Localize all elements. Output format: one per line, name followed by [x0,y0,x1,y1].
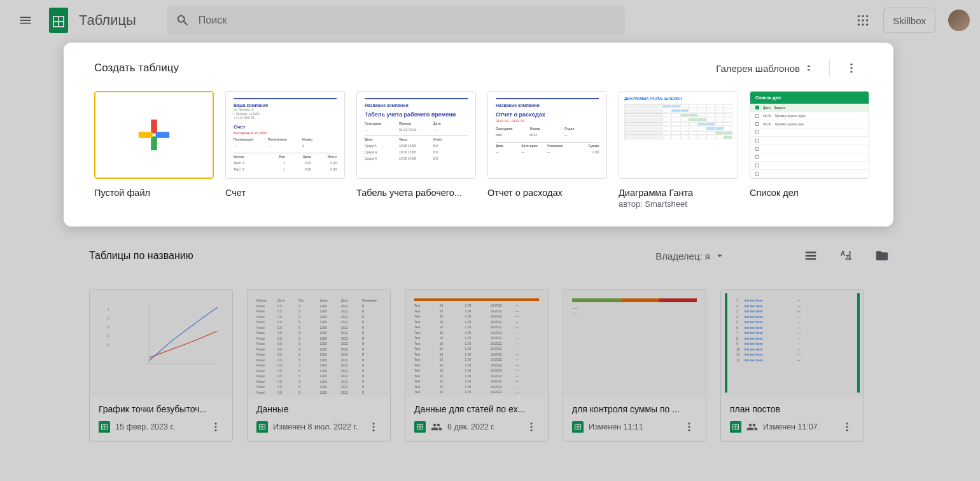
view-controls: AZ [802,247,891,265]
list-header: Таблицы по названию Владелец: я AZ [89,238,891,274]
file-card[interactable]: document.write(Array.from({length:20}).m… [405,289,549,442]
sort-button[interactable]: AZ [837,247,855,265]
more-vert-icon [845,62,858,74]
file-date: 15 февр. 2023 г. [115,422,203,431]
sheets-file-icon [99,421,110,433]
svg-text:4: 4 [108,335,109,338]
file-more-button[interactable] [524,419,539,435]
file-thumbnail: ФирмаДатаТипЦенаДатаМенеджер document.wr… [248,289,390,396]
separator [829,59,830,77]
template-card-gantt[interactable]: ДИАГРАММА ГАНТА: ШАБЛОН Диаграмма Ганта … [619,91,738,209]
shared-icon [746,421,758,433]
svg-point-6 [866,15,868,17]
more-vert-icon [210,421,221,433]
file-thumbnail: document.write(Array.from({length:12}).m… [721,289,864,396]
sheets-file-icon [730,421,741,433]
file-more-button[interactable] [366,419,381,435]
svg-text:2: 2 [108,317,109,320]
open-folder-button[interactable] [873,247,891,265]
svg-rect-63 [155,132,169,138]
owner-filter[interactable]: Владелец: я [655,250,725,261]
app-header: Таблицы Skillbox [0,0,980,41]
svg-point-11 [862,24,864,25]
svg-point-57 [850,64,852,66]
app-title: Таблицы [79,12,136,29]
file-name: Данные [256,404,381,414]
dropdown-arrow-icon [714,250,725,261]
file-name: Данные для статей по ex... [414,404,539,414]
template-more-button[interactable] [840,57,863,80]
svg-point-27 [215,426,217,428]
svg-rect-61 [151,136,157,150]
svg-point-54 [846,422,848,424]
sheets-logo[interactable] [46,8,71,33]
svg-point-35 [373,429,375,431]
file-card[interactable]: document.write(Array.from({length:12}).m… [720,289,864,442]
svg-text:1: 1 [108,308,109,311]
shared-icon [431,421,442,433]
apps-button[interactable] [848,5,878,36]
svg-point-40 [531,422,533,424]
svg-point-9 [866,19,868,21]
file-card[interactable]: ФирмаДатаТипЦенаДатаМенеджер document.wr… [247,289,391,442]
file-more-button[interactable] [839,419,855,435]
template-card-todo[interactable]: Список дел ДатаЗадача 06.05Пример задачи… [750,91,869,209]
svg-text:5: 5 [108,344,109,347]
user-avatar[interactable] [948,10,970,31]
file-date: 6 дек. 2022 г. [447,422,519,431]
template-gallery-button[interactable]: Галерея шаблонов [711,59,819,78]
template-card-expense[interactable]: Название компании Отчет о расходах 01.01… [487,91,607,209]
svg-point-55 [846,426,848,428]
svg-point-58 [850,67,852,69]
list-title: Таблицы по названию [89,250,193,261]
sheets-file-icon [256,421,268,433]
template-card-invoice[interactable]: Ваша компания ул. Ленина, 1г. Москва, 12… [225,91,345,209]
svg-point-41 [531,426,533,428]
main-content: Таблицы по названию Владелец: я AZ 12345… [0,238,980,442]
hamburger-icon [18,13,32,27]
account-domain-label: Skillbox [893,15,926,26]
account-domain-button[interactable]: Skillbox [883,8,935,33]
svg-point-12 [866,24,868,25]
template-sublabel: автор: Smartsheet [619,199,738,209]
file-card[interactable]: 12345 График точки безубыточ... 15 февр.… [89,289,233,442]
template-label: Пустой файл [94,188,214,198]
more-vert-icon [526,421,537,433]
search-input[interactable] [199,15,616,26]
svg-point-34 [373,426,375,428]
file-name: план постов [730,404,855,414]
file-date: Изменен 11:07 [763,422,834,431]
more-vert-icon [683,421,695,433]
list-view-button[interactable] [802,247,820,265]
svg-rect-60 [151,120,157,134]
svg-point-4 [858,15,860,17]
unfold-icon [804,63,814,73]
apps-grid-icon [857,14,869,27]
main-menu-button[interactable] [10,5,41,36]
template-gallery-panel: Создать таблицу Галерея шаблонов Пустой … [64,43,893,227]
svg-point-49 [689,429,690,431]
template-label: Счет [225,188,345,198]
file-card[interactable]: ———— для контроля суммы по ... Изменен 1… [563,289,706,442]
svg-point-33 [373,422,375,424]
owner-filter-label: Владелец: я [655,251,710,261]
file-thumbnail: document.write(Array.from({length:20}).m… [405,289,548,396]
svg-point-28 [215,429,217,431]
svg-point-26 [215,422,217,424]
template-card-blank[interactable]: Пустой файл [94,91,214,209]
template-row: Пустой файл Ваша компания ул. Ленина, 1г… [94,91,863,209]
search-bar[interactable] [167,6,625,35]
svg-point-56 [846,429,848,431]
svg-point-7 [858,19,860,21]
svg-point-5 [862,15,864,17]
file-more-button[interactable] [682,419,697,435]
svg-point-10 [858,24,860,25]
file-more-button[interactable] [208,419,223,435]
file-date: Изменен 8 июл. 2022 г. [273,422,361,431]
template-label: Диаграмма Ганта [619,188,738,198]
template-label: Табель учета рабочего... [356,188,476,198]
more-vert-icon [841,421,853,433]
template-card-timesheet[interactable]: Название компании Табель учета рабочего … [356,91,476,209]
file-thumbnail: 12345 [90,289,232,396]
svg-point-8 [862,19,864,21]
